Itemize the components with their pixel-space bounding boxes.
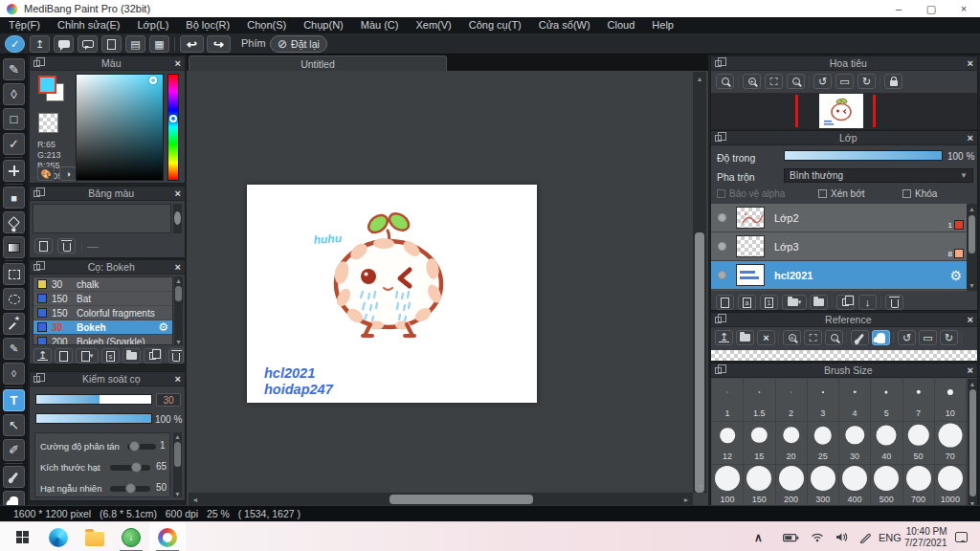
layer-visibility-dot[interactable] bbox=[718, 213, 726, 222]
ref-zoom-in-button[interactable]: + bbox=[783, 330, 801, 345]
param-scatter-slider[interactable] bbox=[127, 444, 156, 450]
close-panel-icon[interactable]: × bbox=[175, 188, 181, 199]
layer-settings-gear-icon[interactable]: ⚙ bbox=[949, 268, 962, 283]
brush-folder-button[interactable] bbox=[122, 348, 141, 364]
reference-preview-strip[interactable] bbox=[711, 350, 977, 361]
layer-folder-button[interactable] bbox=[810, 295, 828, 310]
shape-tool[interactable]: □ bbox=[3, 108, 25, 130]
ref-rotate-left-button[interactable]: ↺ bbox=[898, 330, 916, 345]
menu-chinh-sua[interactable]: Chỉnh sửa(E) bbox=[49, 17, 128, 33]
ref-reset-button[interactable]: ▭ bbox=[919, 330, 937, 345]
brush-size-option[interactable]: 5 bbox=[871, 379, 902, 422]
close-panel-icon[interactable]: × bbox=[175, 374, 181, 385]
protect-alpha-checkbox[interactable]: Bảo vệ alpha bbox=[717, 188, 785, 199]
brush-size-option[interactable]: 70 bbox=[935, 422, 967, 465]
cloud-sync-button[interactable]: ✓ bbox=[5, 35, 25, 53]
ref-hand-button[interactable] bbox=[872, 330, 890, 345]
brush-size-option[interactable]: 20 bbox=[776, 422, 808, 465]
lock-checkbox[interactable]: Khóa bbox=[902, 188, 937, 199]
nav-zoom-reset-button[interactable] bbox=[716, 74, 734, 89]
popout-icon[interactable] bbox=[715, 367, 722, 374]
navigator-preview[interactable] bbox=[711, 93, 977, 129]
lasso-tool[interactable] bbox=[3, 288, 25, 310]
menu-mau[interactable]: Màu (C) bbox=[352, 17, 408, 33]
color-mode-button[interactable]: ◑ bbox=[59, 166, 77, 181]
brush-size-option[interactable]: 7 bbox=[903, 379, 935, 422]
delete-swatch-button[interactable] bbox=[57, 238, 76, 253]
brush-script-button[interactable]: s bbox=[101, 348, 120, 364]
nav-reset-rotation-button[interactable]: ▭ bbox=[835, 74, 854, 89]
brush-delete-button[interactable] bbox=[168, 348, 184, 364]
brush-settings-gear-icon[interactable]: ⚙ bbox=[158, 320, 168, 334]
operation-tool[interactable]: ↖ bbox=[3, 414, 25, 436]
minimize-button[interactable]: – bbox=[882, 0, 915, 17]
popout-icon[interactable] bbox=[715, 317, 722, 323]
brush-size-option[interactable]: 12 bbox=[712, 422, 744, 465]
hue-slider[interactable] bbox=[167, 74, 179, 181]
redo-button[interactable]: ↪ bbox=[207, 35, 231, 53]
brush-size-value[interactable]: 30 bbox=[156, 393, 181, 407]
popout-icon[interactable] bbox=[33, 190, 40, 197]
ref-fit-button[interactable]: ⛶ bbox=[804, 330, 822, 345]
menu-chon[interactable]: Chọn(S) bbox=[238, 17, 295, 33]
add-folder-menu-button[interactable]: ▾ bbox=[782, 295, 807, 310]
canvas-horizontal-scrollbar[interactable]: ◄ ► bbox=[189, 493, 693, 506]
clipping-checkbox[interactable]: Xén bớt bbox=[818, 188, 864, 199]
param-random-slider[interactable] bbox=[110, 486, 150, 492]
brush-size-option[interactable]: 10 bbox=[935, 379, 967, 422]
magic-wand-tool[interactable] bbox=[3, 313, 25, 335]
document-tab-untitled[interactable]: Untitled bbox=[189, 55, 447, 71]
brush-size-option[interactable]: 300 bbox=[808, 465, 839, 508]
blend-mode-dropdown[interactable]: Bình thường ▼ bbox=[784, 168, 973, 183]
transparent-swatch[interactable] bbox=[38, 113, 58, 133]
menu-lop[interactable]: Lớp(L) bbox=[128, 17, 177, 33]
close-panel-icon[interactable]: × bbox=[968, 365, 973, 376]
divide-tool[interactable]: ✐ bbox=[3, 439, 25, 461]
brush-row-bat[interactable]: 150 Bat bbox=[33, 292, 172, 306]
saturation-value-picker[interactable] bbox=[76, 74, 164, 181]
brush-size-option[interactable]: 150 bbox=[744, 465, 775, 508]
select-pen-tool[interactable]: ✎ bbox=[3, 338, 25, 360]
param-particle-size-slider[interactable] bbox=[110, 465, 150, 471]
popout-icon[interactable] bbox=[715, 60, 722, 67]
clock[interactable]: 10:40 PM7/27/2021 bbox=[904, 522, 947, 551]
ref-open-button[interactable] bbox=[736, 330, 754, 345]
brush-size-option[interactable]: 400 bbox=[839, 465, 871, 508]
nav-rotate-left-button[interactable]: ↺ bbox=[813, 74, 832, 89]
gradient-tool[interactable] bbox=[3, 236, 25, 258]
add-1bit-layer-button[interactable]: 1 bbox=[760, 295, 778, 310]
menu-xem[interactable]: Xem(V) bbox=[407, 17, 459, 33]
close-panel-icon[interactable]: × bbox=[175, 262, 181, 273]
comment-button[interactable] bbox=[54, 35, 74, 53]
brush-opacity-slider[interactable] bbox=[35, 413, 152, 424]
nav-zoom-out-button[interactable]: - bbox=[787, 74, 805, 89]
layer-row-hcl2021-selected[interactable]: hcl2021 ⚙ bbox=[711, 261, 969, 290]
start-button[interactable] bbox=[4, 522, 40, 551]
drawing-canvas[interactable]: huhu hcl2021 hoidap247 bbox=[247, 185, 537, 403]
brush-size-option[interactable]: 100 bbox=[712, 465, 744, 508]
brush-size-option[interactable]: 500 bbox=[871, 465, 902, 508]
restore-button[interactable]: ▢ bbox=[915, 0, 947, 17]
undo-button[interactable]: ↩ bbox=[180, 35, 204, 53]
language-indicator[interactable]: ENG bbox=[879, 522, 902, 551]
list-settings-button[interactable]: ▤ bbox=[125, 35, 145, 53]
close-panel-icon[interactable]: × bbox=[175, 58, 181, 69]
ref-zoom-out-button[interactable]: - bbox=[825, 330, 843, 345]
duplicate-layer-button[interactable] bbox=[836, 295, 855, 310]
share-button[interactable]: ↥ bbox=[30, 35, 50, 53]
nav-zoom-in-button[interactable]: + bbox=[743, 74, 761, 89]
brush-size-option[interactable]: 700 bbox=[903, 465, 935, 508]
ref-rotate-right-button[interactable]: ↻ bbox=[940, 330, 958, 345]
brush-size-option[interactable]: 40 bbox=[871, 422, 902, 465]
brush-size-slider[interactable] bbox=[35, 394, 152, 405]
taskbar-edge[interactable] bbox=[40, 522, 77, 551]
grid-edit-button[interactable]: ▦ bbox=[149, 35, 169, 53]
delete-layer-button[interactable] bbox=[885, 295, 903, 310]
nav-fit-button[interactable]: ⛶ bbox=[765, 74, 783, 89]
brush-row-bokeh-sparkle[interactable]: 200 Bokeh (Sparkle) bbox=[33, 335, 172, 345]
add-layer-button[interactable] bbox=[716, 295, 734, 310]
eraser-tool[interactable]: ◊ bbox=[3, 83, 25, 105]
wifi-icon[interactable] bbox=[811, 522, 824, 551]
brush-size-option[interactable]: 4 bbox=[839, 379, 871, 422]
brush-row-bokeh-selected[interactable]: 30 Bokeh ⚙ bbox=[33, 320, 172, 335]
